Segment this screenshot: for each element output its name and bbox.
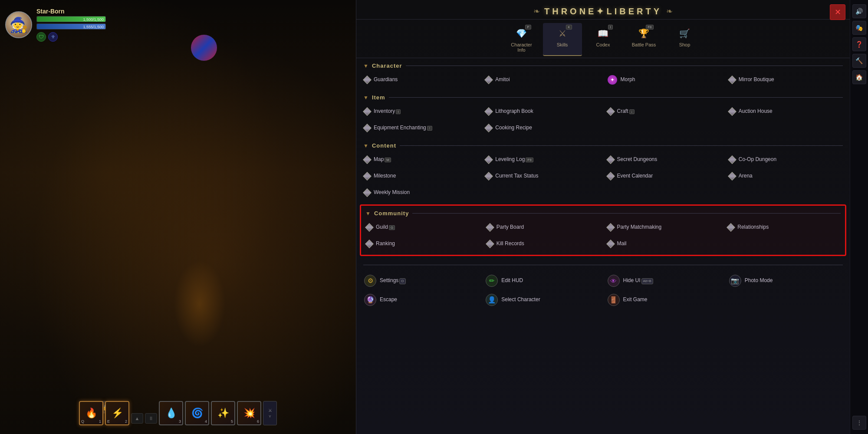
character-grid: Guardians Amitoi ✦ Morph Mirror Boutique	[356, 72, 850, 90]
mirror-boutique-diamond-icon	[728, 76, 736, 84]
utility-photo-mode[interactable]: 📷 Photo Mode	[725, 271, 846, 290]
tab-battle-pass[interactable]: 🏆 F8 Battle Pass	[625, 23, 664, 56]
menu-item-guild[interactable]: GuildG	[362, 219, 483, 236]
exit-game-icon: 🚪	[608, 294, 620, 306]
skill-slot-4[interactable]: 🌀4	[185, 401, 209, 425]
community-section-header: ▼ Community	[361, 207, 845, 219]
menu-item-relationships[interactable]: Relationships	[723, 219, 844, 236]
game-viewport: 🧙 Star-Born 1,500/1,500 1,555/1,500 🛡 ⚜ …	[0, 0, 356, 434]
hud-icons: 🛡 ⚜	[36, 32, 106, 42]
menu-item-current-tax[interactable]: Current Tax Status	[481, 168, 603, 184]
party-matchmaking-icon	[606, 223, 615, 232]
tab-shop[interactable]: 🛒 Shop	[665, 23, 704, 56]
menu-item-ranking[interactable]: Ranking	[362, 236, 483, 252]
skill-toggle-2[interactable]: II	[145, 413, 157, 424]
sidebar-hammer-icon[interactable]: 🔨	[852, 54, 866, 68]
tab-character-info[interactable]: 💎 P CharacterInfo	[502, 23, 541, 56]
content-grid: MapM Leveling LogF9 Secret Dungeons Co-O…	[356, 151, 850, 203]
skill-slot-3[interactable]: 💧3	[159, 401, 183, 425]
menu-item-coop-dungeon[interactable]: Co-Op Dungeon	[725, 151, 846, 168]
utility-escape[interactable]: 🔮 Escape	[360, 290, 481, 309]
weapon-swap[interactable]: ⚔Y	[263, 401, 277, 425]
menu-item-leveling-log[interactable]: Leveling LogF9	[481, 151, 603, 168]
cooking-icon	[484, 124, 493, 132]
character-info-icon: 💎 P	[515, 26, 529, 40]
amitoi-label: Amitoi	[495, 76, 510, 83]
morph-icon: ✦	[608, 75, 617, 85]
sidebar-volume-icon[interactable]: 🔊	[852, 4, 866, 18]
codex-icon: 📖 I	[596, 26, 610, 40]
inventory-label: InventoryI	[374, 108, 401, 115]
skill-toggle[interactable]: ▲	[131, 413, 143, 424]
menu-title: THRONE✦LIBERTY	[544, 6, 662, 16]
utility-section-header	[356, 262, 850, 268]
menu-item-arena[interactable]: Arena	[725, 168, 846, 184]
guild-icon: ⚜	[48, 32, 58, 42]
tab-codex[interactable]: 📖 I Codex	[584, 23, 623, 56]
menu-item-milestone[interactable]: Milestone	[360, 168, 481, 184]
menu-item-cooking-recipe[interactable]: Cooking Recipe	[481, 120, 603, 136]
menu-item-mail[interactable]: Mail	[603, 236, 724, 252]
utility-exit-game[interactable]: 🚪 Exit Game	[603, 290, 725, 309]
content-section-title: Content	[372, 142, 396, 149]
milestone-label: Milestone	[374, 173, 396, 180]
item-divider	[389, 97, 843, 98]
menu-item-auction-house[interactable]: Auction House	[725, 103, 846, 120]
top-tabs: 💎 P CharacterInfo ⚔ K Skills 📖 I Codex 🏆…	[356, 20, 850, 58]
menu-item-kill-records[interactable]: Kill Records	[483, 236, 603, 252]
background	[0, 0, 356, 434]
character-section-header: ▼ Character	[356, 60, 850, 72]
morph-label: Morph	[621, 76, 635, 83]
kill-records-label: Kill Records	[496, 240, 524, 247]
skill-key-q: Q	[81, 419, 84, 424]
event-label: Event Calendar	[617, 173, 653, 180]
menu-item-event-calendar[interactable]: Event Calendar	[603, 168, 725, 184]
secret-dungeons-icon	[606, 155, 615, 164]
menu-item-inventory[interactable]: InventoryI	[360, 103, 481, 120]
menu-item-lithograph-book[interactable]: Lithograph Book	[481, 103, 603, 120]
skill-slot-6[interactable]: 💥6	[237, 401, 261, 425]
event-icon	[606, 172, 615, 181]
menu-item-mirror-boutique[interactable]: Mirror Boutique	[725, 72, 846, 88]
menu-item-amitoi[interactable]: Amitoi	[481, 72, 603, 88]
sidebar-mask-icon[interactable]: 🎭	[852, 21, 866, 35]
skill-slot-1[interactable]: 🔥Q 1	[79, 401, 103, 425]
close-button[interactable]: ✕	[830, 4, 845, 20]
avatar: 🧙	[5, 11, 32, 38]
spacer	[356, 258, 850, 260]
party-matchmaking-label: Party Matchmaking	[617, 224, 662, 231]
item-section-header: ▼ Item	[356, 92, 850, 103]
sidebar-question-icon[interactable]: ❓	[852, 37, 866, 51]
sidebar-home-icon[interactable]: 🏠	[852, 70, 866, 84]
party-board-icon	[486, 223, 494, 232]
community-highlight-box: ▼ Community GuildG Party Board Party Mat…	[360, 204, 846, 256]
skill-slot-5[interactable]: ✨5	[211, 401, 235, 425]
menu-item-secret-dungeons[interactable]: Secret Dungeons	[603, 151, 725, 168]
utility-edit-hud[interactable]: ✏ Edit HUD	[481, 271, 603, 290]
menu-item-party-board[interactable]: Party Board	[483, 219, 603, 236]
hp-bar-container: 1,500/1,500	[36, 16, 106, 22]
utility-hide-ui[interactable]: 👁 Hide UIAlt+B	[603, 271, 725, 290]
weekly-label: Weekly Mission	[374, 189, 410, 196]
utility-select-character[interactable]: 👤 Select Character	[481, 290, 603, 309]
menu-item-craft[interactable]: Craft↓	[603, 103, 725, 120]
menu-item-party-matchmaking[interactable]: Party Matchmaking	[603, 219, 724, 236]
photo-mode-icon: 📷	[729, 275, 741, 287]
ranking-icon	[365, 240, 374, 248]
utility-settings[interactable]: ⚙ SettingsO	[360, 271, 481, 290]
menu-item-weekly-mission[interactable]: Weekly Mission	[360, 184, 481, 201]
sidebar-grid-icon[interactable]: ⋮	[852, 416, 866, 430]
menu-item-guardians[interactable]: Guardians	[360, 72, 481, 88]
edit-hud-icon: ✏	[486, 275, 498, 287]
menu-item-morph[interactable]: ✦ Morph	[603, 72, 725, 88]
menu-item-equipment-enchanting[interactable]: Equipment Enchanting↑	[360, 120, 481, 136]
weekly-icon	[363, 188, 372, 197]
skill-key-e: E	[107, 419, 110, 424]
skill-slot-2[interactable]: ⚡E 2	[105, 401, 129, 425]
player-name: Star-Born	[36, 8, 106, 15]
menu-item-map[interactable]: MapM	[360, 151, 481, 168]
right-sidebar: 🔊 🎭 ❓ 🔨 🏠 ⋮	[850, 0, 868, 434]
tab-skills[interactable]: ⚔ K Skills	[543, 23, 582, 56]
item-arrow: ▼	[363, 95, 368, 101]
menu-title-bar: ❧ THRONE✦LIBERTY ❧ ✕	[356, 0, 850, 20]
